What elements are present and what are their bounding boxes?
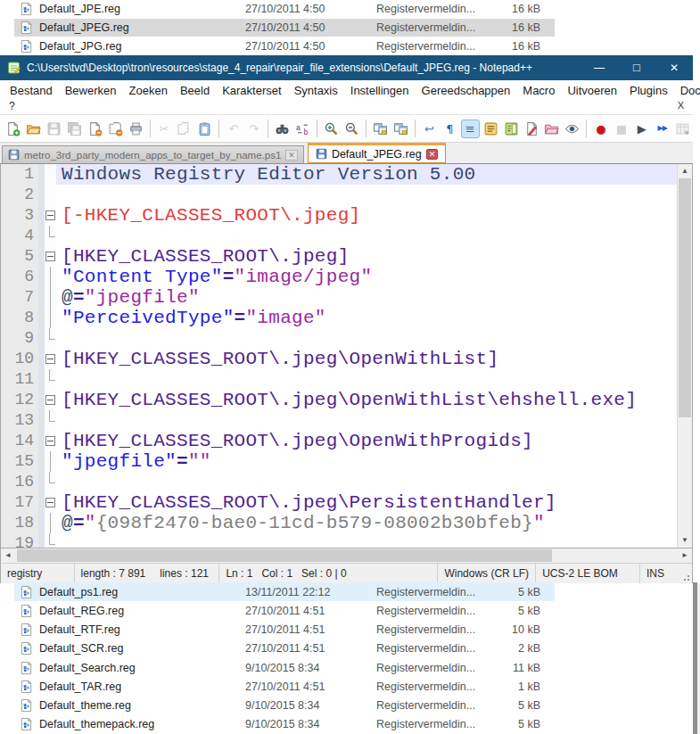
menu-macro[interactable]: Macro xyxy=(516,82,561,99)
scroll-up-icon[interactable]: ▲ xyxy=(678,164,692,178)
bookmark-cell[interactable] xyxy=(38,451,45,472)
editor-line-14[interactable]: 14[HKEY_CLASSES_ROOT\.jpeg\OpenWithProgi… xyxy=(1,431,677,451)
editor-line-2[interactable]: 2 xyxy=(1,185,677,205)
bookmark-cell[interactable] xyxy=(38,267,45,287)
line-text[interactable] xyxy=(56,410,677,431)
file-row[interactable]: Default_theme.reg9/10/2015 8:34Registerv… xyxy=(0,697,700,715)
bookmark-cell[interactable] xyxy=(38,390,45,410)
editor-line-18[interactable]: 18@="{098f2470-bae0-11cd-b579-08002b30bf… xyxy=(1,513,677,533)
line-text[interactable]: "PerceivedType"="image" xyxy=(56,308,677,328)
file-row[interactable]: Default_Search.reg9/10/2015 8:34Register… xyxy=(0,658,700,677)
stop-macro-icon[interactable]: ■ xyxy=(612,120,630,138)
menu-row-close-icon[interactable]: X xyxy=(678,100,684,111)
line-text[interactable]: [HKEY_CLASSES_ROOT\.jpeg\OpenWithList] xyxy=(56,349,677,369)
new-file-icon[interactable] xyxy=(4,120,22,138)
show-indent-guide-icon[interactable]: ≡ xyxy=(461,120,480,138)
print-icon[interactable] xyxy=(127,120,145,138)
editor-line-11[interactable]: 11 xyxy=(1,369,677,390)
replace-icon[interactable]: ab xyxy=(293,120,312,138)
scroll-right-icon[interactable]: ► xyxy=(678,548,692,563)
tab-close-icon[interactable]: ✕ xyxy=(285,150,298,161)
bookmark-cell[interactable] xyxy=(38,287,45,308)
bookmark-cell[interactable] xyxy=(38,205,45,226)
document-switcher-icon[interactable] xyxy=(523,120,541,138)
status-insert-mode[interactable]: INS xyxy=(640,564,679,583)
line-text[interactable] xyxy=(56,369,677,390)
copy-icon[interactable] xyxy=(176,120,194,138)
menu-bewerken[interactable]: Bewerken xyxy=(59,82,123,99)
save-macro-icon[interactable] xyxy=(673,120,692,138)
menu-uitvoeren[interactable]: Uitvoeren xyxy=(561,82,623,99)
minimize-button[interactable]: — xyxy=(581,55,618,80)
find-icon[interactable] xyxy=(273,120,292,138)
line-text[interactable]: [HKEY_CLASSES_ROOT\.jpeg\PersistentHandl… xyxy=(56,492,677,513)
file-row[interactable]: Default_ps1.reg13/11/2011 22:12Registerv… xyxy=(0,582,700,601)
bookmark-cell[interactable] xyxy=(38,533,45,548)
sync-vertical-scroll-icon[interactable] xyxy=(371,120,390,138)
save-icon[interactable] xyxy=(45,120,63,138)
fold-collapse-icon[interactable] xyxy=(45,205,56,226)
tab-Default_JPEG.reg[interactable]: Default_JPEG.reg✕ xyxy=(308,143,446,163)
line-text[interactable] xyxy=(56,185,677,205)
bookmark-cell[interactable] xyxy=(38,369,45,390)
scroll-down-icon[interactable]: ▼ xyxy=(678,533,692,548)
run-macro-multiple-icon[interactable]: ▶▶ xyxy=(653,120,671,138)
open-file-icon[interactable] xyxy=(24,120,43,138)
file-row[interactable]: Default_JPG.reg27/10/2011 4:50Registerve… xyxy=(0,37,700,55)
line-text[interactable]: "Content Type"="image/jpeg" xyxy=(56,267,677,287)
folder-as-workspace-icon[interactable] xyxy=(543,120,562,138)
fold-collapse-icon[interactable] xyxy=(45,492,56,513)
bookmark-cell[interactable] xyxy=(38,410,45,431)
menu-syntaxis[interactable]: Syntaxis xyxy=(288,82,344,99)
editor-line-5[interactable]: 5[HKEY_CLASSES_ROOT\.jpeg] xyxy=(1,246,677,267)
bookmark-cell[interactable] xyxy=(38,492,45,513)
close-button[interactable]: ✕ xyxy=(655,55,693,80)
editor-line-3[interactable]: 3[-HKEY_CLASSES_ROOT\.jpeg] xyxy=(1,205,677,226)
zoom-in-icon[interactable] xyxy=(322,120,341,138)
menu-instellingen[interactable]: Instellingen xyxy=(344,82,416,99)
editor-line-15[interactable]: 15"jpegfile"="" xyxy=(1,451,677,472)
menu-bestand[interactable]: Bestand xyxy=(4,82,59,99)
editor-line-9[interactable]: 9 xyxy=(1,328,677,349)
editor-line-6[interactable]: 6"Content Type"="image/jpeg" xyxy=(1,267,677,287)
bookmark-cell[interactable] xyxy=(38,164,45,185)
explorer-scrollbar[interactable] xyxy=(693,582,700,734)
menu-gereedschappen[interactable]: Gereedschappen xyxy=(416,82,517,99)
bookmark-cell[interactable] xyxy=(38,246,45,267)
menu-documenten[interactable]: Documenten xyxy=(674,82,700,99)
fold-collapse-icon[interactable] xyxy=(45,390,56,410)
bookmark-cell[interactable] xyxy=(38,513,45,533)
editor-line-4[interactable]: 4 xyxy=(1,226,677,246)
editor-line-13[interactable]: 13 xyxy=(1,410,677,431)
bookmark-cell[interactable] xyxy=(38,185,45,205)
line-text[interactable]: @="jpegfile" xyxy=(56,287,677,308)
horizontal-scroll-thumb[interactable] xyxy=(17,549,552,562)
title-bar[interactable]: C:\Users\tvd\Desktop\tron\resources\stag… xyxy=(0,55,693,80)
editor-line-8[interactable]: 8"PerceivedType"="image" xyxy=(1,308,677,328)
line-text[interactable]: Windows Registry Editor Version 5.00 xyxy=(56,164,677,185)
editor-line-17[interactable]: 17[HKEY_CLASSES_ROOT\.jpeg\PersistentHan… xyxy=(1,492,677,513)
line-text[interactable]: "jpegfile"="" xyxy=(56,451,677,472)
record-macro-icon[interactable]: ● xyxy=(591,120,610,138)
tab-close-icon[interactable]: ✕ xyxy=(426,149,439,160)
vertical-scrollbar[interactable]: ▲ ▼ xyxy=(677,164,692,548)
bookmark-cell[interactable] xyxy=(38,328,45,349)
status-eol-format[interactable]: Windows (CR LF) xyxy=(438,564,536,583)
scroll-left-icon[interactable]: ◄ xyxy=(1,548,15,563)
resize-grip[interactable] xyxy=(679,564,692,583)
bookmark-cell[interactable] xyxy=(38,431,45,451)
file-row[interactable]: Default_TAR.reg27/10/2011 4:51Registerve… xyxy=(0,677,700,696)
zoom-out-icon[interactable] xyxy=(342,120,361,138)
explorer-scroll-thumb[interactable] xyxy=(693,582,697,734)
line-text[interactable] xyxy=(56,226,677,246)
editor[interactable]: 1Windows Registry Editor Version 5.0023[… xyxy=(0,164,693,548)
line-text[interactable] xyxy=(56,533,677,548)
sync-horizontal-scroll-icon[interactable] xyxy=(391,120,410,138)
file-row[interactable]: Default_JPEG.reg27/10/2011 4:50Registerv… xyxy=(0,19,700,37)
vertical-scroll-thumb[interactable] xyxy=(679,178,691,417)
line-text[interactable]: [HKEY_CLASSES_ROOT\.jpeg\OpenWithProgids… xyxy=(56,431,677,451)
save-all-icon[interactable] xyxy=(65,120,84,138)
menu-plugins[interactable]: Plugins xyxy=(623,82,674,99)
menu-beeld[interactable]: Beeld xyxy=(174,82,216,99)
status-encoding[interactable]: UCS-2 LE BOM xyxy=(536,564,640,583)
